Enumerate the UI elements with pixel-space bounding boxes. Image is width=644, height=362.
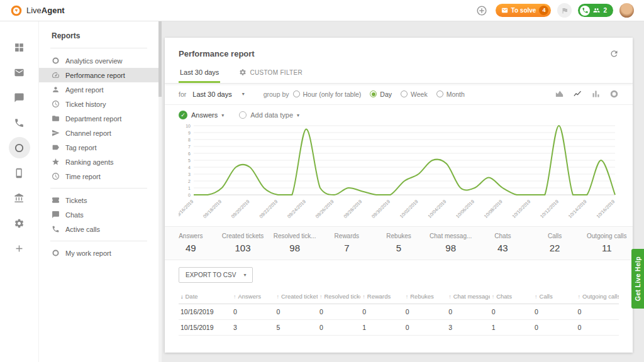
svg-text:8: 8 (188, 138, 191, 142)
cell: 1 (490, 320, 533, 336)
sidebar-item-analytics-overview[interactable]: Analytics overview (39, 53, 158, 68)
column-label: Answers (238, 293, 261, 300)
svg-text:09/16/2019: 09/16/2019 (179, 199, 194, 219)
table-row[interactable]: 10/15/2019350103100 (179, 320, 619, 336)
sidebar-item-active-calls[interactable]: Active calls (39, 222, 158, 236)
column-header-chat-messages[interactable]: ↑Chat messages (447, 289, 489, 304)
column-header-answers[interactable]: ↑Answers (231, 289, 274, 304)
radio-hour-only-for-table[interactable]: Hour (only for table) (293, 90, 362, 98)
sidebar-item-ticket-history[interactable]: Ticket history (39, 97, 158, 111)
svg-text:09/30/2019: 09/30/2019 (370, 199, 391, 219)
mail-icon (14, 67, 25, 78)
refresh-button[interactable] (609, 49, 619, 58)
sidebar-item-channel-report[interactable]: Channel report (39, 126, 158, 140)
main-card: Performance report Last 30 days CUSTOM F… (165, 38, 633, 353)
column-label: Created tickets (281, 293, 318, 300)
rail-plus-icon[interactable] (9, 238, 30, 259)
get-live-help-button[interactable]: Get Live Help (631, 249, 644, 309)
cell: 0 (490, 304, 533, 320)
sidebar-item-my-work-report[interactable]: My work report (39, 246, 158, 260)
stat-label: Answers (165, 233, 217, 239)
cell: 3 (231, 320, 274, 336)
svg-text:3: 3 (188, 172, 191, 177)
rail-phone-icon[interactable] (9, 112, 30, 133)
rail-mobile-icon[interactable] (9, 162, 30, 184)
sidebar-item-chats[interactable]: Chats (39, 207, 158, 222)
svg-text:9: 9 (188, 131, 191, 135)
area-chart-button[interactable] (555, 89, 564, 99)
tab-custom-filter[interactable]: CUSTOM FILTER (238, 63, 304, 83)
radio-month[interactable]: Month (436, 90, 465, 98)
sidebar-scrollbar[interactable] (158, 21, 162, 362)
avatar[interactable] (619, 3, 634, 18)
cell: 5 (274, 320, 317, 336)
add-button[interactable] (475, 3, 489, 18)
radio-day[interactable]: Day (370, 90, 392, 98)
donut-chart-button[interactable] (609, 89, 619, 99)
column-header-rebukes[interactable]: ↑Rebukes (404, 289, 447, 304)
sidebar-item-time-report[interactable]: Time report (39, 169, 158, 184)
calls-button[interactable]: 2 (578, 4, 613, 17)
column-header-outgoing-calls[interactable]: ↑Outgoing calls (576, 289, 619, 304)
chevron-down-icon: ▾ (242, 91, 245, 97)
rail-reports-icon[interactable] (9, 137, 30, 158)
sidebar-item-tag-report[interactable]: Tag report (39, 140, 158, 155)
clock-icon (52, 100, 60, 108)
stat-value: 5 (373, 243, 425, 253)
column-label: Rebukes (410, 293, 434, 300)
radio-week[interactable]: Week (401, 90, 428, 98)
range-value: Last 30 days (192, 90, 231, 98)
sidebar-item-agent-report[interactable]: Agent report (39, 82, 158, 97)
series-answers-dropdown[interactable]: ✓ Answers ▾ (179, 111, 224, 119)
radio-icon (370, 90, 377, 97)
grid-icon (14, 42, 25, 53)
cell: 0 (274, 304, 317, 320)
mail-icon (501, 7, 508, 14)
column-label: Resolved tickets (324, 293, 360, 300)
scrollbar-thumb[interactable] (158, 21, 162, 97)
export-row: EXPORT TO CSV ▾ (165, 260, 633, 289)
tab-label: CUSTOM FILTER (250, 69, 303, 76)
stat-value: 11 (580, 243, 633, 253)
export-csv-button[interactable]: EXPORT TO CSV ▾ (179, 267, 253, 283)
card-header: Performance report (165, 38, 633, 60)
column-header-chats[interactable]: ↑Chats (490, 289, 533, 304)
column-header-calls[interactable]: ↑Calls (533, 289, 575, 304)
add-data-type-dropdown[interactable]: Add data type ▾ (239, 111, 299, 119)
flag-button[interactable] (557, 3, 572, 18)
export-label: EXPORT TO CSV (186, 272, 236, 278)
rail-bank-icon[interactable] (9, 187, 30, 209)
sidebar-item-label: Ranking agents (65, 158, 113, 166)
stat-label: Calls (529, 233, 581, 239)
sidebar-item-department-report[interactable]: Department report (39, 111, 158, 126)
brand[interactable]: LiveAgent (10, 4, 65, 17)
column-header-date[interactable]: ↓Date (179, 289, 231, 304)
calls-count-badge: 2 (603, 7, 607, 14)
range-select[interactable]: Last 30 days ▾ (192, 90, 244, 98)
bar-chart-button[interactable] (591, 89, 601, 99)
sidebar-item-tickets[interactable]: Tickets (39, 193, 158, 207)
rail-grid-icon[interactable] (9, 36, 30, 58)
rail-gear-icon[interactable] (9, 212, 30, 234)
svg-text:10/14/2019: 10/14/2019 (567, 199, 588, 219)
radio-icon (239, 111, 247, 119)
rail-mail-icon[interactable] (9, 62, 30, 83)
sidebar-item-ranking-agents[interactable]: Ranking agents (39, 155, 158, 169)
cell: 0 (404, 304, 447, 320)
performance-line-chart: 01234567891009/16/201909/18/201909/20/20… (179, 121, 619, 226)
for-label: for (179, 90, 186, 98)
sidebar-item-label: Tickets (65, 197, 87, 204)
sidebar-item-performance-report[interactable]: Performance report (39, 68, 158, 82)
chart-container: 01234567891009/16/201909/18/201909/20/20… (165, 119, 633, 226)
table-row[interactable]: 10/16/2019000000000 (179, 304, 619, 320)
svg-text:09/22/2019: 09/22/2019 (258, 199, 279, 219)
check-icon: ✓ (179, 111, 187, 119)
to-solve-button[interactable]: To solve 4 (496, 4, 552, 17)
line-chart-button[interactable] (573, 89, 582, 99)
tab-last-30-days[interactable]: Last 30 days (179, 63, 220, 83)
column-header-resolved-tickets[interactable]: ↑Resolved tickets (318, 289, 360, 304)
column-header-rewards[interactable]: ↑Rewards (360, 289, 403, 304)
column-header-created-tickets[interactable]: ↑Created tickets (274, 289, 317, 304)
rail-chat-icon[interactable] (9, 87, 30, 108)
sort-icon: ↑ (535, 293, 538, 300)
